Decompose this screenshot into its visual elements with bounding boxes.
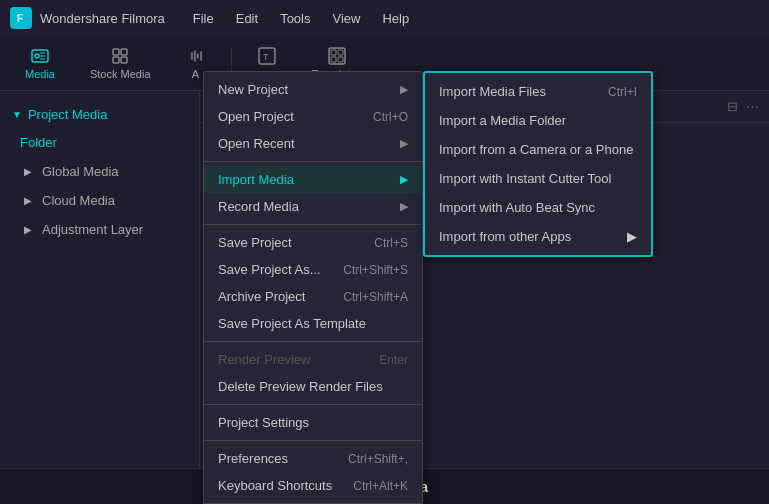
dropdown-render-preview: Render Preview Enter — [204, 346, 422, 373]
dropdown-archive-project[interactable]: Archive Project Ctrl+Shift+A — [204, 283, 422, 310]
dropdown-save-project[interactable]: Save Project Ctrl+S — [204, 229, 422, 256]
adjustment-arrow: ▶ — [24, 224, 32, 235]
submenu-import-files[interactable]: Import Media Files Ctrl+I — [425, 77, 651, 106]
sidebar-item-global-media[interactable]: ▶ Global Media — [0, 157, 199, 186]
tab-stock-media-label: Stock Media — [90, 68, 151, 80]
svg-rect-6 — [113, 57, 119, 63]
menu-file[interactable]: File — [183, 7, 224, 30]
dropdown-keyboard-shortcuts[interactable]: Keyboard Shortcuts Ctrl+Alt+K — [204, 472, 422, 499]
sidebar-section-label: Project Media — [28, 107, 107, 122]
svg-rect-4 — [113, 49, 119, 55]
app-logo: F — [10, 7, 32, 29]
dropdown-open-recent[interactable]: Open Recent ▶ — [204, 130, 422, 157]
tab-audio-label: A — [192, 68, 199, 80]
dropdown-save-project-as[interactable]: Save Project As... Ctrl+Shift+S — [204, 256, 422, 283]
dropdown-sep-2 — [204, 224, 422, 225]
tab-media-label: Media — [25, 68, 55, 80]
svg-rect-7 — [121, 57, 127, 63]
sidebar: ▼ Project Media Folder ▶ Global Media ▶ … — [0, 91, 200, 488]
more-icon[interactable]: ⋯ — [746, 99, 759, 114]
audio-icon — [186, 46, 206, 66]
app-name: Wondershare Filmora — [40, 11, 165, 26]
cloud-media-label: Cloud Media — [42, 193, 115, 208]
dropdown-sep-1 — [204, 161, 422, 162]
sidebar-item-cloud-media[interactable]: ▶ Cloud Media — [0, 186, 199, 215]
svg-rect-5 — [121, 49, 127, 55]
cloud-media-arrow: ▶ — [24, 195, 32, 206]
sidebar-item-folder[interactable]: Folder — [0, 128, 199, 157]
sidebar-triangle-icon: ▼ — [12, 109, 22, 120]
tab-stock-media[interactable]: Stock Media — [75, 41, 166, 85]
dropdown-new-project[interactable]: New Project ▶ — [204, 76, 422, 103]
svg-rect-13 — [331, 57, 336, 62]
dropdown-delete-preview[interactable]: Delete Preview Render Files — [204, 373, 422, 400]
dropdown-sep-3 — [204, 341, 422, 342]
file-menu-dropdown: New Project ▶ Open Project Ctrl+O Open R… — [203, 71, 423, 504]
submenu-import-other-apps[interactable]: Import from other Apps ▶ — [425, 222, 651, 251]
filter-icon[interactable]: ⊟ — [727, 99, 738, 114]
svg-point-3 — [35, 54, 39, 58]
media-icon — [30, 46, 50, 66]
submenu-import-camera[interactable]: Import from a Camera or a Phone — [425, 135, 651, 164]
svg-rect-14 — [338, 57, 343, 62]
adjustment-label: Adjustment Layer — [42, 222, 143, 237]
svg-rect-12 — [338, 50, 343, 55]
sidebar-item-adjustment-layer[interactable]: ▶ Adjustment Layer — [0, 215, 199, 244]
submenu-import-auto-beat[interactable]: Import with Auto Beat Sync — [425, 193, 651, 222]
menu-view[interactable]: View — [322, 7, 370, 30]
dropdown-save-template[interactable]: Save Project As Template — [204, 310, 422, 337]
import-submenu: Import Media Files Ctrl+I Import a Media… — [423, 71, 653, 257]
sidebar-section-header: ▼ Project Media — [0, 101, 199, 128]
dropdown-record-media[interactable]: Record Media ▶ — [204, 193, 422, 220]
folder-label: Folder — [20, 135, 57, 150]
menu-help[interactable]: Help — [372, 7, 419, 30]
title-bar: F Wondershare Filmora File Edit Tools Vi… — [0, 0, 769, 36]
dropdown-sep-5 — [204, 440, 422, 441]
svg-rect-11 — [331, 50, 336, 55]
submenu-import-instant-cutter[interactable]: Import with Instant Cutter Tool — [425, 164, 651, 193]
search-icons: ⊟ ⋯ — [727, 99, 759, 114]
tab-media[interactable]: Media — [10, 41, 70, 85]
dropdown-project-settings[interactable]: Project Settings — [204, 409, 422, 436]
svg-text:T: T — [263, 52, 269, 62]
dropdown-import-media[interactable]: Import Media ▶ — [204, 166, 422, 193]
global-media-arrow: ▶ — [24, 166, 32, 177]
menu-tools[interactable]: Tools — [270, 7, 320, 30]
svg-text:F: F — [17, 13, 23, 24]
dropdown-open-project[interactable]: Open Project Ctrl+O — [204, 103, 422, 130]
titles-icon: T — [257, 46, 277, 66]
dropdown-preferences[interactable]: Preferences Ctrl+Shift+, — [204, 445, 422, 472]
stock-media-icon — [110, 46, 130, 66]
menu-edit[interactable]: Edit — [226, 7, 268, 30]
templates-icon — [327, 46, 347, 66]
global-media-label: Global Media — [42, 164, 119, 179]
submenu-import-folder[interactable]: Import a Media Folder — [425, 106, 651, 135]
menu-bar: File Edit Tools View Help — [183, 7, 419, 30]
dropdown-sep-4 — [204, 404, 422, 405]
